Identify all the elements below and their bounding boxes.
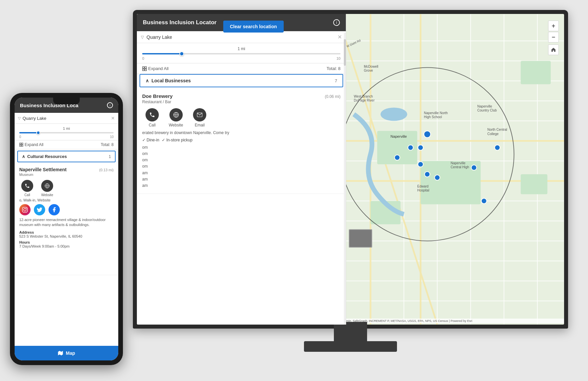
zoom-home-button[interactable] bbox=[548, 44, 559, 55]
mobile-website-action[interactable]: Website bbox=[41, 180, 53, 197]
svg-text:North Central: North Central bbox=[487, 128, 507, 131]
monitor-screen: Naperville Naperville North High School … bbox=[137, 14, 564, 325]
svg-text:Country Club: Country Club bbox=[477, 109, 497, 112]
mobile-call-action[interactable]: Call bbox=[21, 180, 33, 197]
email-action[interactable]: Email bbox=[193, 108, 206, 127]
expand-all-button[interactable]: Expand All bbox=[142, 66, 168, 71]
business-type: Restaurant / Bar bbox=[142, 100, 341, 104]
mobile-slider-labels: 0 10 bbox=[19, 135, 114, 139]
svg-rect-73 bbox=[143, 69, 144, 71]
mobile-extra-info: o, Walk-in, Website bbox=[19, 198, 114, 202]
mobile-search-row: ▽ ✕ bbox=[15, 113, 118, 124]
business-description: erated brewery in downtown Naperville. C… bbox=[142, 130, 341, 136]
scrollbar-thumb[interactable] bbox=[344, 39, 346, 66]
twitter-icon[interactable] bbox=[34, 204, 45, 215]
mobile-search-clear[interactable]: ✕ bbox=[111, 115, 115, 121]
svg-point-44 bbox=[395, 155, 400, 160]
feature-instore: ✓ In-store pickup bbox=[162, 138, 192, 142]
mobile-category-header[interactable]: ∧ Cultural Resources 1 bbox=[17, 151, 116, 162]
instagram-icon[interactable] bbox=[19, 204, 31, 215]
desktop-panel: Business Inclusion Locator i ▽ ✕ 1 mi bbox=[137, 14, 346, 325]
mobile-call-label: Call bbox=[24, 193, 30, 197]
mobile-business-distance: (0.13 mi) bbox=[99, 168, 114, 172]
svg-text:Naperville: Naperville bbox=[450, 161, 465, 165]
mobile-slider-track bbox=[19, 132, 114, 133]
svg-text:Hospital: Hospital bbox=[417, 189, 429, 192]
svg-text:High School: High School bbox=[424, 115, 442, 119]
search-dropdown-icon[interactable]: ▽ bbox=[141, 35, 144, 39]
search-clear-icon[interactable]: ✕ bbox=[338, 34, 342, 40]
svg-point-49 bbox=[481, 198, 487, 203]
svg-point-88 bbox=[26, 208, 27, 209]
business-features: ✓ Dine-in ✓ In-store pickup bbox=[142, 138, 341, 142]
mobile-social-icons bbox=[19, 204, 114, 215]
monitor-stand-neck bbox=[334, 322, 367, 342]
svg-text:McDowell: McDowell bbox=[364, 65, 378, 68]
hours-entry: am bbox=[142, 176, 341, 183]
mobile-notch bbox=[53, 98, 80, 104]
category-count: 7 bbox=[335, 78, 337, 83]
mobile-action-icons: Call Website bbox=[19, 180, 114, 197]
slider-thumb[interactable] bbox=[179, 51, 184, 56]
monitor-stand-base bbox=[304, 341, 397, 352]
slider-row: 1 mi 0 10 bbox=[137, 43, 346, 63]
mobile-expand-icon bbox=[19, 143, 23, 147]
panel-content: ▽ ✕ 1 mi 0 bbox=[137, 31, 346, 323]
mobile-slider-thumb[interactable] bbox=[36, 131, 40, 135]
desktop-monitor: Naperville Naperville North High School … bbox=[133, 10, 568, 358]
call-action[interactable]: Call bbox=[146, 108, 159, 127]
zoom-out-button[interactable]: − bbox=[548, 32, 559, 42]
hours-list: om om om om am am am bbox=[142, 144, 341, 189]
category-header-local-businesses[interactable]: ∧ Local Businesses 7 bbox=[140, 74, 343, 87]
clear-search-button[interactable]: Clear search location bbox=[223, 21, 284, 33]
facebook-icon[interactable] bbox=[49, 204, 60, 215]
svg-point-48 bbox=[471, 165, 477, 170]
mobile-website-label: Website bbox=[41, 193, 53, 197]
mobile-map-button[interactable]: Map bbox=[15, 346, 118, 360]
mobile-address-section: Address 523 S Webster St, Naperville, IL… bbox=[19, 230, 114, 238]
hours-entry: om bbox=[142, 144, 341, 151]
mobile-search-dropdown[interactable]: ▽ bbox=[18, 116, 21, 120]
svg-point-47 bbox=[435, 175, 440, 180]
panel-scrollbar[interactable] bbox=[344, 33, 346, 325]
expand-all-label: Expand All bbox=[148, 66, 168, 71]
slider-labels: 0 10 bbox=[142, 56, 341, 60]
svg-point-45 bbox=[418, 162, 423, 167]
mobile-info-icon[interactable]: i bbox=[107, 102, 113, 108]
info-icon[interactable]: i bbox=[333, 19, 340, 26]
svg-text:DuPage River: DuPage River bbox=[354, 99, 375, 102]
svg-rect-86 bbox=[23, 207, 28, 212]
hours-entry: am bbox=[142, 170, 341, 176]
feature-dine-in: ✓ Dine-in bbox=[142, 138, 159, 142]
scene: Naperville Naperville North High School … bbox=[0, 0, 588, 381]
business-distance: (0.06 mi) bbox=[325, 94, 341, 99]
svg-rect-79 bbox=[20, 143, 21, 144]
hours-entry: om bbox=[142, 157, 341, 163]
zoom-in-button[interactable]: + bbox=[548, 21, 559, 31]
svg-rect-82 bbox=[22, 145, 23, 146]
website-action[interactable]: Website bbox=[169, 108, 183, 127]
mobile-search-input[interactable] bbox=[23, 116, 109, 121]
panel-title: Business Inclusion Locator bbox=[143, 19, 217, 26]
svg-text:Central High: Central High bbox=[450, 165, 469, 169]
svg-text:Grove: Grove bbox=[364, 69, 373, 72]
map-icon bbox=[58, 350, 63, 356]
svg-point-50 bbox=[495, 145, 500, 150]
search-row: ▽ ✕ bbox=[137, 31, 346, 43]
mobile-category-name: Cultural Resources bbox=[27, 154, 67, 159]
svg-point-42 bbox=[408, 145, 413, 150]
mobile-business-type: Museum bbox=[19, 173, 114, 177]
slider-max-label: 10 bbox=[337, 56, 341, 60]
call-label: Call bbox=[149, 123, 156, 127]
email-label: Email bbox=[195, 123, 205, 127]
mobile-map-btn-label: Map bbox=[66, 350, 75, 356]
mobile-expand-all-button[interactable]: Expand All bbox=[19, 142, 44, 147]
mobile-address-label: Address bbox=[19, 230, 114, 234]
svg-rect-81 bbox=[20, 145, 21, 146]
svg-rect-37 bbox=[521, 61, 550, 84]
mobile-expand-row: Expand All Total: 8 bbox=[15, 140, 118, 149]
business-name: Doe Brewery bbox=[142, 93, 173, 99]
website-icon bbox=[169, 108, 183, 121]
svg-rect-72 bbox=[145, 67, 147, 68]
search-input[interactable] bbox=[147, 35, 335, 40]
